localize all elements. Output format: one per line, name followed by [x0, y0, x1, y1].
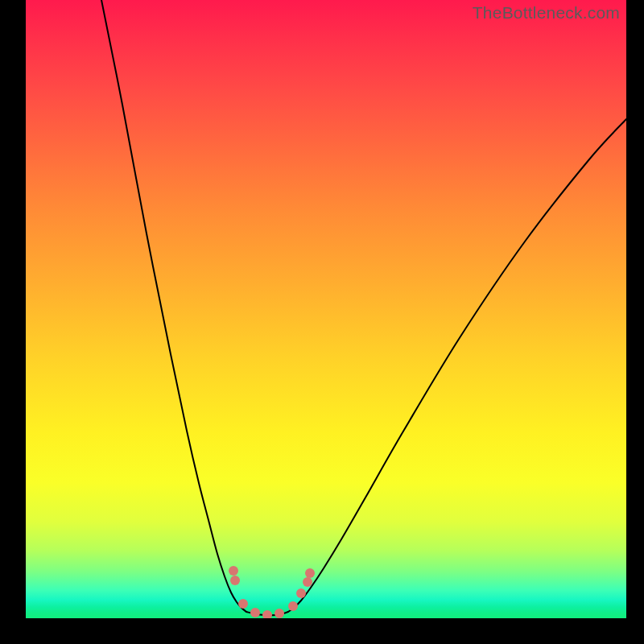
right-branch-curve — [288, 119, 626, 612]
marker-dot — [296, 588, 306, 598]
marker-dot — [250, 608, 260, 617]
chart-frame: TheBottleneck.com — [0, 0, 644, 644]
curve-svg — [26, 0, 626, 618]
marker-dot — [288, 601, 298, 611]
marker-dot — [229, 566, 238, 576]
marker-dot — [262, 610, 272, 618]
marker-dot — [275, 609, 284, 618]
marker-dot — [238, 599, 248, 609]
marker-dots-group — [229, 566, 315, 618]
left-branch-curve — [101, 0, 246, 612]
watermark-text: TheBottleneck.com — [473, 3, 620, 23]
plot-area — [26, 0, 626, 618]
marker-dot — [303, 577, 312, 587]
marker-dot — [305, 568, 315, 578]
marker-dot — [230, 576, 240, 585]
